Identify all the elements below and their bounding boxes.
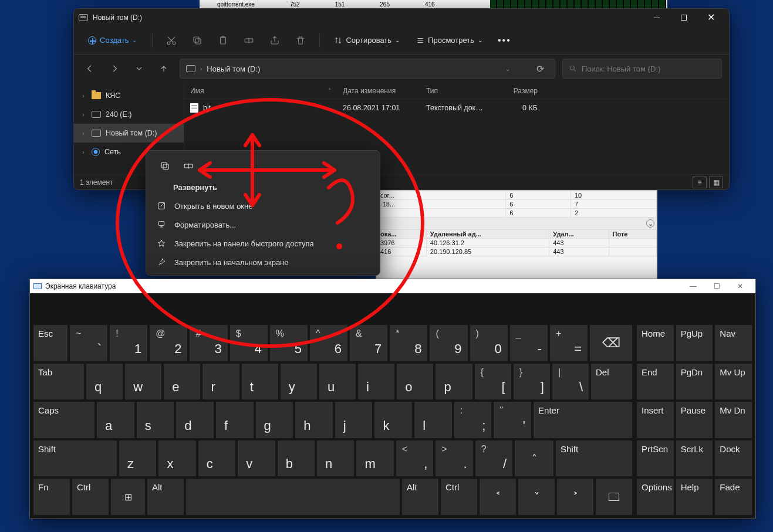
new-button[interactable]: Создать ⌄ [81,32,144,48]
key-prtscn[interactable]: PrtScn [637,440,674,477]
key-sym[interactable]: ?/ [475,440,512,477]
tree-item-selected[interactable]: ›Новый том (D:) [74,124,184,143]
address-bar[interactable]: › Новый том (D:) ⌄ ⟳ [180,59,555,79]
details-view-button[interactable]: ≡ [693,177,707,188]
key-mvup[interactable]: Mv Up [715,364,752,400]
key-v[interactable]: v [238,440,275,477]
minimize-button[interactable] [643,9,670,26]
key-menu[interactable] [596,479,632,515]
key-help[interactable]: Help [676,479,713,515]
key-z[interactable]: z [119,440,156,477]
key-space[interactable] [186,479,400,515]
copy-button[interactable] [187,30,208,51]
thumbnails-view-button[interactable]: ▦ [709,177,723,188]
paste-button[interactable] [212,30,234,51]
key-pgdn[interactable]: PgDn [676,364,713,400]
back-button[interactable] [81,60,99,77]
delete-button[interactable] [290,30,311,51]
cut-button[interactable] [161,30,182,51]
key-tab[interactable]: Tab [33,364,84,400]
key-sym[interactable]: >. [436,440,472,477]
key-ctrl[interactable]: Ctrl [441,479,477,515]
key-altgr[interactable]: Alt [402,479,438,515]
key-caps[interactable]: Caps [33,402,94,438]
key-home[interactable]: Home [637,325,674,361]
key-sym[interactable]: {[ [475,364,511,400]
key-scrlk[interactable]: ScrLk [676,440,713,477]
key-m[interactable]: m [356,440,393,477]
key-`[interactable]: ~` [70,325,107,361]
key-enter[interactable]: Enter [534,402,632,438]
key--[interactable]: _- [510,325,548,361]
key-shift[interactable]: Shift [556,440,632,477]
key-9[interactable]: (9 [430,325,467,361]
recent-button[interactable] [130,60,148,77]
key-win[interactable]: ⊞ [111,479,145,515]
key-q[interactable]: q [86,364,123,400]
key-pause[interactable]: Pause [676,402,713,438]
osk-min[interactable]: ― [681,282,705,290]
key-left[interactable]: ˂ [480,479,516,515]
key-4[interactable]: $4 [230,325,268,361]
key-sym[interactable]: |\ [552,364,589,400]
key-mvdn[interactable]: Mv Dn [715,402,752,438]
key-del[interactable]: Del [591,364,632,400]
chevron-down-icon[interactable]: ⌄ [505,66,510,72]
key-sym[interactable]: }] [514,364,550,400]
maximize-button[interactable] [670,9,697,26]
key-2[interactable]: @2 [150,325,187,361]
key-right[interactable]: ˃ [557,479,593,515]
key-h[interactable]: h [295,402,333,438]
key-sym[interactable]: :; [454,402,492,438]
close-button[interactable]: ✕ [697,9,724,26]
key-ctrl[interactable]: Ctrl [72,479,109,515]
tree-item[interactable]: ›КЯС [74,86,184,105]
key-esc[interactable]: Esc [33,325,67,361]
key-pgup[interactable]: PgUp [676,325,713,361]
key-8[interactable]: *8 [390,325,427,361]
key-f[interactable]: f [216,402,254,438]
key-7[interactable]: &7 [350,325,387,361]
key-e[interactable]: e [164,364,200,400]
key-3[interactable]: #3 [190,325,227,361]
key-sym[interactable]: "' [494,402,531,438]
key-=[interactable]: += [550,325,588,361]
key-backspace[interactable]: ⌫ [590,325,632,361]
breadcrumb[interactable]: Новый том (D:) [207,65,260,73]
up-button[interactable] [155,60,173,77]
key-j[interactable]: j [335,402,373,438]
key-i[interactable]: i [358,364,394,400]
key-sym[interactable]: <, [396,440,433,477]
sort-button[interactable]: Сортировать⌄ [328,32,406,48]
key-p[interactable]: p [436,364,472,400]
key-end[interactable]: End [637,364,674,400]
share-button[interactable] [264,30,285,51]
key-r[interactable]: r [202,364,239,400]
ctx-pin-start[interactable]: Закрепить на начальном экране [146,253,380,272]
forward-button[interactable] [106,60,123,77]
key-y[interactable]: y [281,364,317,400]
key-down[interactable]: ˅ [518,479,555,515]
tree-item[interactable]: ›240 (E:) [74,105,184,124]
key-w[interactable]: w [125,364,161,400]
column-headers[interactable]: Имя˄ Дата изменения Тип Размер [184,83,729,99]
key-1[interactable]: !1 [110,325,147,361]
key-l[interactable]: l [414,402,452,438]
key-0[interactable]: )0 [470,325,508,361]
key-n[interactable]: n [317,440,354,477]
key-t[interactable]: t [242,364,278,400]
ctx-open-new-window[interactable]: Открыть в новом окне [146,196,380,215]
key-g[interactable]: g [256,402,293,438]
rename-button[interactable] [238,30,259,51]
key-d[interactable]: d [176,402,214,438]
refresh-button[interactable]: ⟳ [531,63,549,74]
key-x[interactable]: x [158,440,195,477]
osk-close[interactable]: ✕ [728,282,752,290]
key-insert[interactable]: Insert [637,402,674,438]
ctx-expand[interactable]: Развернуть [146,178,380,196]
key-u[interactable]: u [319,364,356,400]
copy-icon[interactable] [157,158,173,174]
view-button[interactable]: Просмотреть⌄ [410,32,488,48]
more-button[interactable]: ••• [493,35,516,46]
key-alt[interactable]: Alt [147,479,184,515]
